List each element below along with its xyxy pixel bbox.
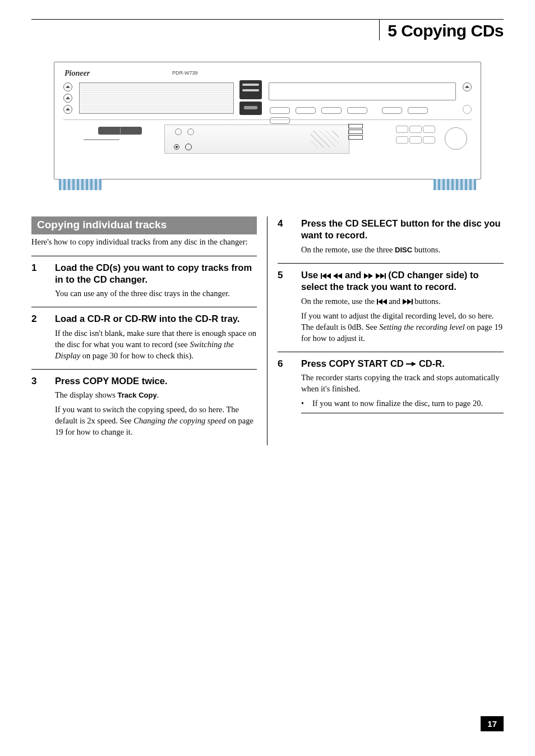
step-body: Load the CD(s) you want to copy tracks f… <box>55 262 257 299</box>
control-panel-icon <box>164 125 349 154</box>
eject-icon <box>463 82 472 91</box>
small-button-icon <box>423 136 435 144</box>
small-button-icon <box>270 107 290 114</box>
foot-icon <box>59 179 102 190</box>
content-columns: Copying individual tracks Here's how to … <box>31 216 504 445</box>
section-title: 5 Copying CDs <box>388 19 504 40</box>
step-text: If you want to adjust the digital record… <box>301 310 504 344</box>
step-body: Press COPY MODE twice.The display shows … <box>55 375 257 437</box>
step-text: You can use any of the three disc trays … <box>55 288 257 299</box>
intro-text: Here's how to copy individual tracks fro… <box>31 237 257 248</box>
small-button-icon <box>409 126 422 133</box>
divider <box>84 139 119 140</box>
disc-logo-icon <box>348 124 363 141</box>
brand-label: Pioneer <box>64 69 90 78</box>
step: 6Press COPY START CD CD-R.The recorder s… <box>278 352 504 421</box>
right-column: 4Press the CD SELECT button for the disc… <box>268 216 504 445</box>
divider <box>301 413 504 413</box>
page: 5 Copying CDs Pioneer PDR-W739 <box>0 0 535 756</box>
step-number: 4 <box>278 218 301 255</box>
small-button-icon <box>396 136 408 144</box>
display-panel-icon <box>269 82 456 100</box>
eject-icon <box>63 105 72 114</box>
subsection-heading: Copying individual tracks <box>31 216 257 234</box>
button-icon <box>463 105 472 114</box>
small-button-icon <box>382 107 402 114</box>
model-label: PDR-W739 <box>172 70 198 76</box>
circle-icon <box>175 128 182 135</box>
step: 5Use and (CD changer side) to select the… <box>278 263 504 352</box>
step-text: If the disc isn't blank, make sure that … <box>55 328 257 361</box>
header-box: 5 Copying CDs <box>379 19 504 40</box>
step-title: Press COPY MODE twice. <box>55 375 257 387</box>
bullet-item: •If you want to now finalize the disc, t… <box>301 398 504 409</box>
step-number: 5 <box>278 269 301 344</box>
slot-icon <box>239 80 262 99</box>
step-text: On the remote, use the and buttons. <box>301 296 504 307</box>
eject-icon <box>63 94 72 103</box>
step: 4Press the CD SELECT button for the disc… <box>278 216 504 263</box>
step-text: The display shows Track Copy. <box>55 389 257 400</box>
step-body: Press COPY START CD CD-R.The recorder st… <box>301 358 504 413</box>
step-title: Load a CD-R or CD-RW into the CD-R tray. <box>55 313 257 325</box>
page-number: 17 <box>481 716 504 731</box>
step-text: The recorder starts copying the track an… <box>301 372 504 394</box>
hatching-icon <box>311 131 339 147</box>
left-column: Copying individual tracks Here's how to … <box>31 216 268 445</box>
step-number: 6 <box>278 358 301 413</box>
step-body: Press the CD SELECT button for the disc … <box>301 218 504 255</box>
step-title: Press COPY START CD CD-R. <box>301 358 504 370</box>
small-button-icon <box>396 126 408 133</box>
small-button-icon <box>408 107 428 114</box>
small-button-icon <box>347 107 367 114</box>
pause-icon <box>185 144 192 150</box>
circle-icon <box>187 128 194 135</box>
slot-icon <box>239 102 262 115</box>
step-body: Use and (CD changer side) to select the … <box>301 269 504 344</box>
small-button-icon <box>321 107 342 114</box>
record-icon <box>174 144 179 150</box>
step-title: Load the CD(s) you want to copy tracks f… <box>55 262 257 286</box>
step-title: Press the CD SELECT button for the disc … <box>301 218 504 242</box>
device-illustration: Pioneer PDR-W739 <box>54 62 481 196</box>
small-button-icon <box>423 126 435 133</box>
step: 1Load the CD(s) you want to copy tracks … <box>31 256 257 307</box>
small-button-icon <box>409 136 422 144</box>
step: 2Load a CD-R or CD-RW into the CD-R tray… <box>31 307 257 368</box>
step-body: Load a CD-R or CD-RW into the CD-R tray.… <box>55 313 257 361</box>
step-number: 2 <box>31 313 55 361</box>
foot-icon <box>433 179 476 190</box>
step-text: On the remote, use the three DISC button… <box>301 244 504 255</box>
step-title: Use and (CD changer side) to select the … <box>301 269 504 293</box>
button-grid <box>395 125 436 146</box>
small-button-icon <box>296 107 316 114</box>
button-row <box>270 106 456 114</box>
jog-dial-icon <box>445 127 467 150</box>
eject-icon <box>63 82 72 91</box>
step-number: 1 <box>31 262 55 299</box>
skip-buttons-icon <box>98 127 142 135</box>
disc-tray-icon <box>79 82 234 114</box>
step-text: If you want to switch the copying speed,… <box>55 404 257 437</box>
step-number: 3 <box>31 375 55 437</box>
step: 3Press COPY MODE twice.The display shows… <box>31 369 257 445</box>
device-frame: Pioneer PDR-W739 <box>54 62 481 179</box>
